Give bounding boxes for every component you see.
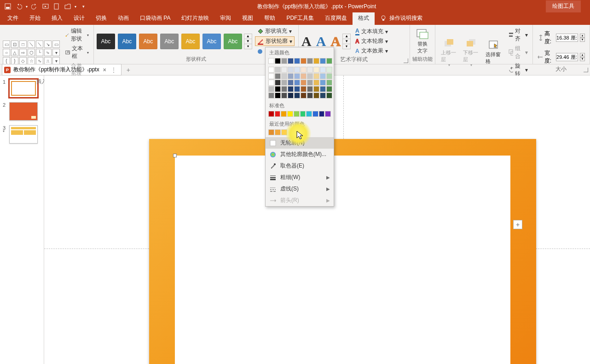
color-swatch[interactable] [320, 67, 326, 73]
color-swatch[interactable] [287, 111, 293, 117]
save-icon[interactable] [4, 2, 12, 11]
color-swatch[interactable] [275, 58, 281, 64]
style-swatch-6[interactable]: Abc [202, 34, 221, 49]
color-swatch[interactable] [288, 58, 294, 64]
shape-arrow-line-icon[interactable]: ↘ [44, 40, 52, 48]
dialog-launcher-wordart[interactable] [404, 58, 408, 63]
color-swatch[interactable] [268, 80, 274, 86]
style-swatch-2[interactable]: Abc [118, 34, 136, 49]
color-swatch[interactable] [281, 80, 287, 86]
color-swatch[interactable] [288, 67, 294, 73]
color-swatch[interactable] [268, 58, 274, 64]
color-swatch[interactable] [306, 111, 312, 117]
color-swatch[interactable] [313, 92, 319, 98]
tab-review[interactable]: 审阅 [214, 12, 237, 25]
shape-curve-icon[interactable]: ∿ [36, 57, 43, 64]
wa-down-icon[interactable]: ▼ [343, 39, 350, 44]
color-swatch[interactable] [268, 111, 274, 117]
color-swatch[interactable] [313, 58, 319, 64]
resize-handle-nw[interactable] [173, 154, 177, 157]
color-swatch[interactable] [320, 80, 326, 86]
shape-connector-icon[interactable]: ⤷ [44, 49, 52, 56]
new-document-button[interactable]: + [123, 65, 133, 75]
shape-line2-icon[interactable]: ＼ [36, 40, 43, 48]
tab-transitions[interactable]: 切换 [90, 12, 112, 25]
color-swatch[interactable] [319, 111, 325, 117]
color-swatch[interactable] [307, 67, 313, 73]
width-spinner[interactable]: ▲▼ [580, 53, 585, 61]
align-button[interactable]: 对齐▾ [507, 27, 530, 43]
tab-insert[interactable]: 插入 [46, 12, 68, 25]
shapes-gallery[interactable]: ▭ ⊡ □ ＼ ＼ ↘ ▭ ○ △ ⇨ ⬡ └ ⤷ ▾ { } ◇ ☆ ∿ ⎍ [3, 40, 60, 64]
tab-home[interactable]: 开始 [24, 12, 46, 25]
color-swatch[interactable] [326, 80, 332, 86]
color-swatch[interactable] [301, 67, 307, 73]
slide-thumbnail-2[interactable] [9, 102, 38, 121]
width-input[interactable] [556, 53, 578, 61]
shape-line-icon[interactable]: ＼ [28, 40, 35, 48]
shape-more-icon[interactable]: ▾ [52, 49, 60, 56]
color-swatch[interactable] [281, 67, 287, 73]
shape-outline-button[interactable]: 形状轮廓▾ [255, 36, 295, 46]
bring-forward-button[interactable]: 上移一层▾ [438, 38, 460, 67]
color-swatch[interactable] [313, 73, 319, 79]
shape-brace2-icon[interactable]: } [11, 57, 18, 64]
gallery-down-icon[interactable]: ▼ [244, 39, 252, 44]
color-swatch[interactable] [307, 92, 313, 98]
color-swatch[interactable] [320, 73, 326, 79]
text-outline-button[interactable]: A文本轮廓▾ [353, 37, 390, 46]
color-swatch[interactable] [301, 80, 307, 86]
color-swatch[interactable] [275, 80, 281, 86]
style-swatch-1[interactable]: Abc [97, 34, 115, 49]
color-swatch[interactable] [275, 86, 281, 92]
shape-style-gallery[interactable]: Abc Abc Abc Abc Abc Abc Abc [97, 34, 242, 49]
color-swatch[interactable] [281, 92, 287, 98]
shape-star-icon[interactable]: ☆ [28, 57, 35, 64]
shape-arrow-icon[interactable]: ⇨ [19, 49, 27, 56]
color-swatch[interactable] [307, 80, 313, 86]
text-box-button[interactable]: A文本框▾ [64, 44, 91, 61]
gallery-scroll[interactable]: ▲ ▼ ▾ [244, 34, 252, 49]
tab-pdf-tools[interactable]: PDF工具集 [281, 12, 319, 25]
shape-expand-icon[interactable]: ▾ [52, 57, 60, 64]
style-swatch-3[interactable]: Abc [139, 34, 157, 49]
color-swatch[interactable] [268, 129, 274, 135]
color-swatch[interactable] [288, 80, 294, 86]
color-swatch[interactable] [281, 58, 287, 64]
wa-up-icon[interactable]: ▲ [343, 34, 350, 39]
color-swatch[interactable] [268, 86, 274, 92]
shape-textbox-icon[interactable]: □ [19, 40, 27, 48]
color-swatch[interactable] [320, 86, 326, 92]
color-swatch[interactable] [288, 73, 294, 79]
dialog-launcher-size[interactable] [584, 68, 588, 72]
color-swatch[interactable] [268, 73, 274, 79]
color-swatch[interactable] [294, 86, 300, 92]
color-swatch[interactable] [326, 58, 332, 64]
color-swatch[interactable] [294, 73, 300, 79]
add-column-handle[interactable]: + [513, 220, 522, 229]
dd-no-outline[interactable]: 无轮廓(N) [266, 137, 334, 149]
tab-file[interactable]: 文件 [2, 12, 24, 25]
color-swatch[interactable] [281, 129, 287, 135]
color-swatch[interactable] [268, 92, 274, 98]
color-swatch[interactable] [320, 58, 326, 64]
color-swatch[interactable] [301, 86, 307, 92]
text-effects-button[interactable]: A文本效果▾ [353, 46, 390, 55]
shape-rect2-icon[interactable]: ▭ [52, 40, 60, 48]
tab-baidu[interactable]: 百度网盘 [319, 12, 353, 25]
color-swatch[interactable] [275, 129, 281, 135]
tab-format[interactable]: 格式 [353, 12, 375, 25]
shape-triangle-icon[interactable]: △ [11, 49, 18, 56]
color-swatch[interactable] [275, 92, 281, 98]
color-swatch[interactable] [288, 86, 294, 92]
shape-fill-button[interactable]: 形状填充▾ [255, 27, 295, 35]
color-swatch[interactable] [294, 111, 300, 117]
shape-text-icon[interactable]: ⊡ [11, 40, 18, 48]
new-file-icon[interactable] [52, 2, 61, 11]
shape-hex-icon[interactable]: ⬡ [28, 49, 35, 56]
dd-weight[interactable]: 粗细(W) ▶ [266, 172, 334, 183]
color-swatch[interactable] [288, 92, 294, 98]
selected-shape[interactable] [175, 156, 510, 364]
color-swatch[interactable] [307, 86, 313, 92]
color-swatch[interactable] [326, 67, 332, 73]
